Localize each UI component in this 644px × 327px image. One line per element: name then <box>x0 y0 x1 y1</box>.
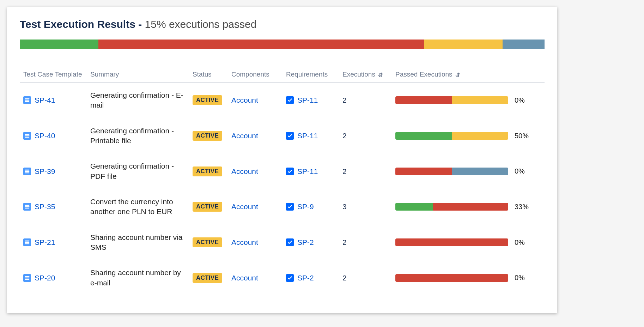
testcase-icon <box>23 96 31 104</box>
table-row: SP-39Generating confirmation - PDF fileA… <box>20 153 545 189</box>
svg-rect-14 <box>25 243 29 244</box>
row-seg-red <box>395 274 508 282</box>
row-seg-green <box>395 132 452 140</box>
col-requirements[interactable]: Requirements <box>282 68 339 82</box>
row-seg-red <box>433 203 508 211</box>
row-seg-red <box>395 96 452 104</box>
component-link[interactable]: Account <box>231 274 258 282</box>
summary-text: Generating confirmation - PDF file <box>90 161 186 181</box>
row-seg-yellow <box>452 132 508 140</box>
row-progress-bar <box>395 274 508 282</box>
table-row: SP-21Sharing account number via SMSACTIV… <box>20 225 545 260</box>
component-link[interactable]: Account <box>231 96 258 104</box>
row-progress-bar <box>395 203 508 211</box>
table-row: SP-35Convert the currency into another o… <box>20 189 545 225</box>
requirement-link[interactable]: SP-2 <box>297 274 314 282</box>
executions-count: 2 <box>339 260 392 296</box>
col-status[interactable]: Status <box>189 68 228 82</box>
row-passed-pct: 0% <box>515 274 531 282</box>
svg-rect-11 <box>25 208 29 209</box>
status-badge: ACTIVE <box>193 237 222 247</box>
component-link[interactable]: Account <box>231 202 258 211</box>
row-progress-bar <box>395 238 508 246</box>
row-seg-red <box>395 168 452 175</box>
col-executions-label: Executions <box>342 71 375 78</box>
row-seg-green <box>395 203 433 211</box>
testcase-link[interactable]: SP-20 <box>35 274 55 282</box>
svg-rect-1 <box>25 100 29 101</box>
svg-rect-2 <box>25 101 29 102</box>
testcase-icon <box>23 132 31 140</box>
overall-seg-green: 15% <box>20 40 98 49</box>
requirement-link[interactable]: SP-11 <box>297 167 318 176</box>
component-link[interactable]: Account <box>231 238 258 246</box>
row-progress-bar <box>395 132 508 140</box>
check-icon <box>286 238 294 246</box>
component-link[interactable]: Account <box>231 132 258 140</box>
svg-rect-7 <box>25 171 29 172</box>
svg-rect-17 <box>25 279 29 280</box>
summary-text: Convert the currency into another one PL… <box>90 197 186 217</box>
status-badge: ACTIVE <box>193 166 222 176</box>
requirement-link[interactable]: SP-9 <box>297 202 314 211</box>
testcase-icon <box>23 168 31 175</box>
check-icon <box>286 132 294 140</box>
svg-rect-9 <box>25 205 29 206</box>
requirement-link[interactable]: SP-2 <box>297 238 314 247</box>
testcase-link[interactable]: SP-41 <box>35 96 55 104</box>
check-icon <box>286 96 294 104</box>
testcase-link[interactable]: SP-40 <box>35 132 55 140</box>
svg-rect-0 <box>25 98 29 99</box>
executions-count: 3 <box>339 189 392 225</box>
executions-count: 2 <box>339 225 392 260</box>
overall-seg-blue: 8% <box>503 40 545 49</box>
test-execution-card: Test Execution Results - 15% executions … <box>7 7 557 313</box>
col-summary[interactable]: Summary <box>87 68 189 82</box>
page-title: Test Execution Results - 15% executions … <box>20 18 545 30</box>
row-seg-red <box>395 238 508 246</box>
summary-text: Generating confirmation - Printable file <box>90 126 186 146</box>
col-components[interactable]: Components <box>228 68 282 82</box>
svg-rect-13 <box>25 242 29 243</box>
col-passed[interactable]: Passed Executions <box>392 68 545 82</box>
sort-icon <box>378 72 383 78</box>
status-badge: ACTIVE <box>193 202 222 212</box>
col-executions[interactable]: Executions <box>339 68 392 82</box>
row-passed-pct: 0% <box>515 238 531 247</box>
overall-progress-bar: 15%62%15%8% <box>20 40 545 49</box>
svg-rect-5 <box>25 137 29 138</box>
status-badge: ACTIVE <box>193 95 222 105</box>
svg-rect-16 <box>25 277 29 278</box>
sort-icon <box>455 72 461 78</box>
testcase-icon <box>23 238 31 246</box>
col-template[interactable]: Test Case Template <box>20 68 87 82</box>
svg-rect-10 <box>25 206 29 207</box>
requirement-link[interactable]: SP-11 <box>297 132 318 140</box>
svg-rect-4 <box>25 135 29 137</box>
svg-rect-6 <box>25 169 29 170</box>
testcase-link[interactable]: SP-35 <box>35 202 55 211</box>
requirement-link[interactable]: SP-11 <box>297 96 318 104</box>
summary-text: Generating confirmation - E-mail <box>90 90 186 110</box>
title-main: Test Execution Results <box>20 18 135 30</box>
title-sep: - <box>135 18 145 30</box>
testcase-link[interactable]: SP-39 <box>35 167 55 176</box>
executions-count: 2 <box>339 118 392 154</box>
table-row: SP-41Generating confirmation - E-mailACT… <box>20 82 545 118</box>
results-table: Test Case Template Summary Status Compon… <box>20 68 545 296</box>
row-passed-pct: 0% <box>515 167 531 175</box>
row-seg-yellow <box>452 96 508 104</box>
executions-count: 2 <box>339 153 392 189</box>
svg-rect-12 <box>25 241 29 242</box>
executions-count: 2 <box>339 82 392 118</box>
component-link[interactable]: Account <box>231 167 258 175</box>
check-icon <box>286 274 294 282</box>
status-badge: ACTIVE <box>193 131 222 141</box>
title-subtitle: 15% executions passed <box>145 18 257 30</box>
testcase-icon <box>23 203 31 211</box>
svg-rect-3 <box>25 134 29 135</box>
overall-seg-red: 62% <box>98 40 424 49</box>
summary-text: Sharing account number by e-mail <box>90 268 186 288</box>
testcase-link[interactable]: SP-21 <box>35 238 55 247</box>
overall-seg-yellow: 15% <box>424 40 503 49</box>
